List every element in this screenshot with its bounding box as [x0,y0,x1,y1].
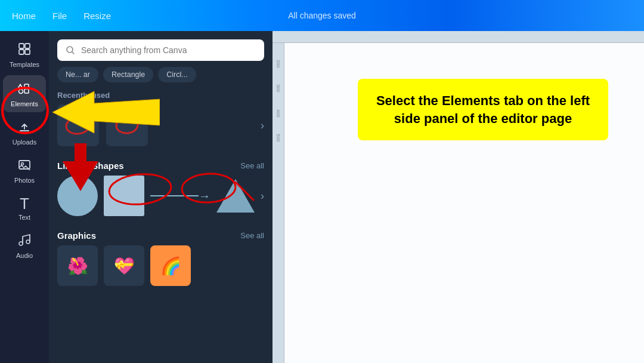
lines-shapes-title: Lines & Shapes [57,161,124,171]
lines-shapes-see-all[interactable]: See all [240,161,264,170]
templates-icon [17,42,32,59]
shape-triangle-preview[interactable] [216,179,255,213]
sidebar: Templates Elements Uploads [0,31,49,363]
ruler-top [273,31,644,43]
text-icon: T [20,196,29,211]
shape-rect-preview[interactable] [104,176,144,216]
graphics-header: Graphics See all [57,224,264,245]
svg-rect-6 [24,89,29,93]
svg-point-9 [21,163,24,165]
graphic-item-3[interactable]: 🌈 [150,245,191,286]
chip-circle[interactable]: Circl... [158,67,196,82]
graphics-see-all[interactable]: See all [240,231,264,240]
lines-shapes-header: Lines & Shapes See all [57,155,264,176]
graphic-item-2[interactable]: 💝 [104,245,144,286]
audio-icon [17,233,32,250]
shape-circle-preview[interactable] [57,176,98,216]
ruler-left: 200 300 400 500 [273,43,284,363]
sidebar-item-templates[interactable]: Templates [3,37,46,73]
lines-shapes-chevron[interactable]: › [261,190,264,202]
svg-rect-0 [19,44,24,48]
svg-rect-2 [19,50,24,54]
sidebar-item-audio[interactable]: Audio [3,228,46,264]
panel-content: Recently used › Lines & [49,88,273,363]
nav-home[interactable]: Home [12,11,36,21]
photos-icon [17,158,32,174]
recently-used-chevron[interactable]: › [261,119,264,132]
search-icon [66,45,75,55]
sidebar-item-uploads[interactable]: Uploads [3,115,46,150]
uploads-label: Uploads [13,139,36,146]
photos-label: Photos [14,177,35,184]
shapes-preview-row: → › [57,176,264,224]
tooltip-text: Select the Elements tab on the left side… [373,92,593,127]
arrow-head-icon: → [199,189,210,203]
sidebar-item-elements[interactable]: Elements [3,75,46,112]
top-bar: Home File Resize All changes saved [0,0,644,31]
search-bar-wrap [49,31,273,67]
top-nav: Home File Resize [12,11,111,21]
nav-resize[interactable]: Resize [83,11,111,21]
filter-chips: Ne... ar Rectangle Circl... [49,67,273,88]
svg-rect-1 [25,44,30,48]
chip-near[interactable]: Ne... ar [57,67,98,82]
audio-label: Audio [16,252,33,259]
shape-arrow-preview[interactable]: → [150,193,210,199]
side-panel: Ne... ar Rectangle Circl... Recently use… [49,31,273,363]
chip-rectangle[interactable]: Rectangle [103,67,153,82]
search-input[interactable] [81,45,256,55]
shape-oval[interactable] [57,104,99,146]
recently-used-label: Recently used [57,88,264,104]
templates-label: Templates [10,61,39,68]
graphics-preview-row: 🌺 💝 🌈 [57,245,264,292]
graphics-title: Graphics [57,230,96,241]
search-bar[interactable] [57,39,264,61]
svg-rect-3 [25,50,30,54]
shape-oval2[interactable] [106,104,148,146]
svg-rect-4 [24,84,29,88]
svg-rect-7 [20,130,29,131]
elements-icon [17,80,32,98]
uploads-icon [17,119,32,136]
canvas-area: 200 300 400 500 Select the Elements tab … [273,31,644,363]
svg-point-5 [19,90,23,94]
sidebar-item-text[interactable]: T Text [3,191,46,226]
svg-point-10 [19,242,23,245]
elements-label: Elements [11,100,38,107]
recently-used-row: › [57,104,264,155]
graphic-item-1[interactable]: 🌺 [57,245,98,286]
save-status: All changes saved [288,11,356,20]
nav-file[interactable]: File [52,11,67,21]
main-layout: Templates Elements Uploads [0,31,644,363]
sidebar-item-photos[interactable]: Photos [3,153,46,189]
ruler-mark-500: 500 [275,134,281,141]
tooltip-box: Select the Elements tab on the left side… [358,79,608,140]
text-label: Text [18,214,30,221]
ruler-mark-200: 200 [275,60,281,67]
ruler-mark-400: 400 [275,109,281,117]
svg-point-13 [65,115,91,135]
ruler-mark-300: 300 [275,84,281,92]
svg-point-14 [116,116,138,134]
